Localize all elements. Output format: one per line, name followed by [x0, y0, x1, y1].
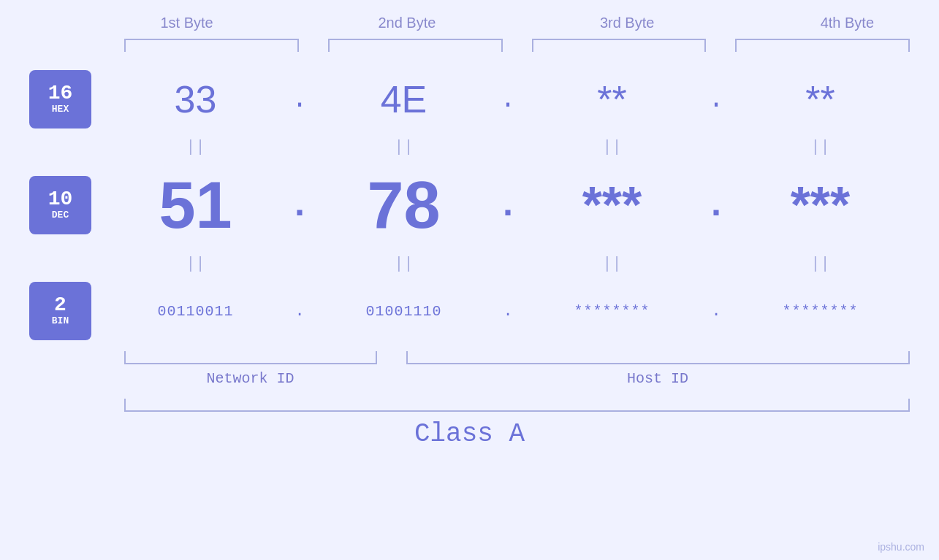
network-bracket	[124, 351, 377, 364]
network-id-label: Network ID	[124, 370, 376, 387]
byte3-header: 3rd Byte	[517, 15, 737, 31]
bin-row: 2 BIN 00110011 . 01001110 . ******** . *…	[29, 278, 910, 344]
full-bracket	[124, 399, 910, 412]
bin-dot-2: .	[493, 302, 522, 321]
eq-1: ||	[106, 138, 285, 156]
bin-dot-3: .	[702, 302, 731, 321]
dec-row: 10 DEC 51 . 78 . *** . ***	[29, 161, 910, 249]
bottom-brackets-row	[124, 351, 910, 364]
eq-5: ||	[106, 255, 285, 273]
bin-badge: 2 BIN	[29, 282, 91, 340]
byte2-header: 2nd Byte	[297, 15, 517, 31]
eq-4: ||	[731, 138, 910, 156]
hex-row: 16 HEX 33 . 4E . ** . **	[29, 66, 910, 132]
hex-dot-3: .	[702, 85, 731, 115]
eq-7: ||	[522, 255, 702, 273]
hex-dot-1: .	[285, 85, 314, 115]
watermark: ipshu.com	[878, 541, 924, 553]
byte4-header: 4th Byte	[737, 15, 939, 31]
host-bracket	[406, 351, 910, 364]
hex-base-num: 16	[48, 83, 73, 104]
dec-base-label: DEC	[52, 210, 69, 222]
dec-b4: ***	[731, 176, 910, 234]
bin-base-num: 2	[54, 295, 66, 315]
eq-row-2: || || || ||	[106, 249, 910, 278]
hex-b3: **	[522, 77, 702, 121]
hex-b4: **	[731, 77, 910, 121]
top-brackets	[124, 39, 910, 52]
bracket-4	[735, 39, 910, 52]
dec-base-num: 10	[48, 189, 73, 210]
hex-values: 33 . 4E . ** . **	[106, 77, 910, 121]
eq-6: ||	[314, 255, 493, 273]
bin-b4: ********	[731, 303, 910, 320]
hex-badge: 16 HEX	[29, 70, 91, 129]
byte1-header: 1st Byte	[77, 15, 297, 31]
main-container: 1st Byte 2nd Byte 3rd Byte 4th Byte 16 H…	[0, 0, 939, 560]
dec-dot-2: .	[493, 185, 522, 226]
bracket-3	[532, 39, 707, 52]
hex-base-label: HEX	[52, 104, 69, 116]
dec-dot-1: .	[285, 185, 314, 226]
dec-badge: 10 DEC	[29, 176, 91, 234]
dec-b2: 78	[314, 168, 493, 243]
dec-b1: 51	[106, 168, 285, 243]
bracket-2	[328, 39, 503, 52]
byte-headers: 1st Byte 2nd Byte 3rd Byte 4th Byte	[77, 15, 939, 31]
host-id-label: Host ID	[406, 370, 910, 387]
hex-b1: 33	[106, 77, 285, 121]
eq-3: ||	[522, 138, 702, 156]
hex-b2: 4E	[314, 77, 493, 121]
bottom-section: Network ID Host ID	[124, 351, 910, 412]
bracket-1	[124, 39, 299, 52]
eq-row-1: || || || ||	[106, 132, 910, 161]
dec-b3: ***	[522, 176, 702, 234]
eq-2: ||	[314, 138, 493, 156]
hex-dot-2: .	[493, 85, 522, 115]
dec-dot-3: .	[702, 185, 731, 226]
id-labels-row: Network ID Host ID	[124, 370, 910, 387]
bin-b3: ********	[522, 303, 702, 320]
dec-values: 51 . 78 . *** . ***	[106, 168, 910, 243]
bin-b1: 00110011	[106, 303, 285, 320]
class-label: Class A	[414, 419, 525, 449]
bin-base-label: BIN	[52, 315, 69, 328]
eq-8: ||	[731, 255, 910, 273]
bin-values: 00110011 . 01001110 . ******** . *******…	[106, 302, 910, 321]
bin-b2: 01001110	[314, 303, 493, 320]
bin-dot-1: .	[285, 302, 314, 321]
